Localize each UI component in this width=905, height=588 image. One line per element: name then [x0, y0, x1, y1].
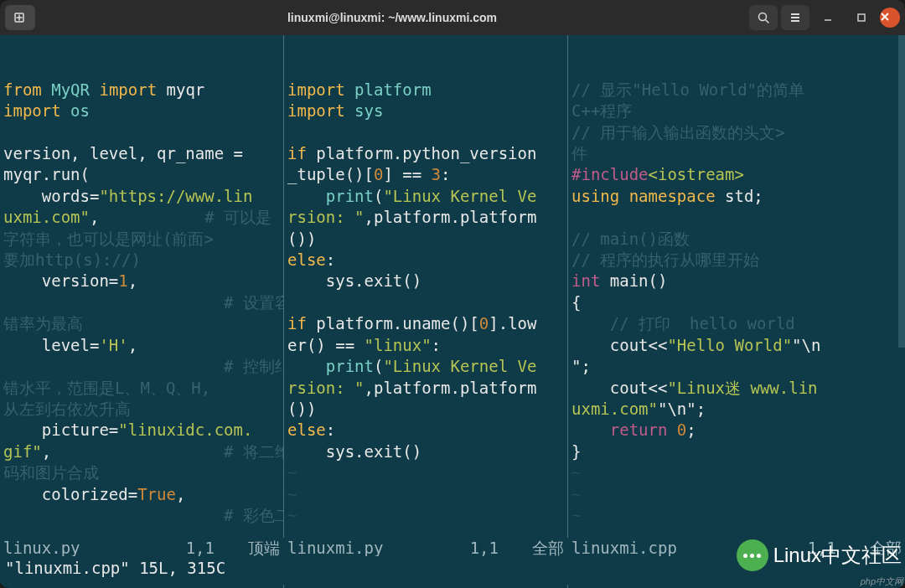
pane-middle[interactable]: import platform import sys if platform.p…	[284, 35, 567, 588]
svg-point-1	[759, 13, 767, 21]
watermark: Linux中文社区	[733, 536, 905, 575]
maximize-button[interactable]	[846, 5, 877, 30]
titlebar: linuxmi@linuxmi: ~/www.linuxmi.com	[0, 0, 905, 35]
minimize-button[interactable]	[813, 5, 843, 30]
window-title: linuxmi@linuxmi: ~/www.linuxmi.com	[35, 11, 749, 24]
scrollbar[interactable]	[898, 35, 905, 556]
search-button[interactable]	[749, 5, 778, 30]
chat-icon	[737, 539, 768, 571]
svg-rect-2	[858, 14, 865, 21]
pane-right[interactable]: // 显示"Hello World"的简单 C++程序 // 用于输入输出函数的…	[568, 35, 905, 588]
pane-left[interactable]: from MyQR import myqr import os version,…	[0, 35, 283, 588]
close-button[interactable]	[880, 8, 900, 28]
menu-button[interactable]	[781, 5, 809, 30]
editor-area[interactable]: from MyQR import myqr import os version,…	[0, 35, 905, 588]
php-watermark: php中文网	[861, 575, 903, 588]
kw-from: from	[3, 80, 42, 99]
new-tab-button[interactable]	[5, 5, 35, 30]
